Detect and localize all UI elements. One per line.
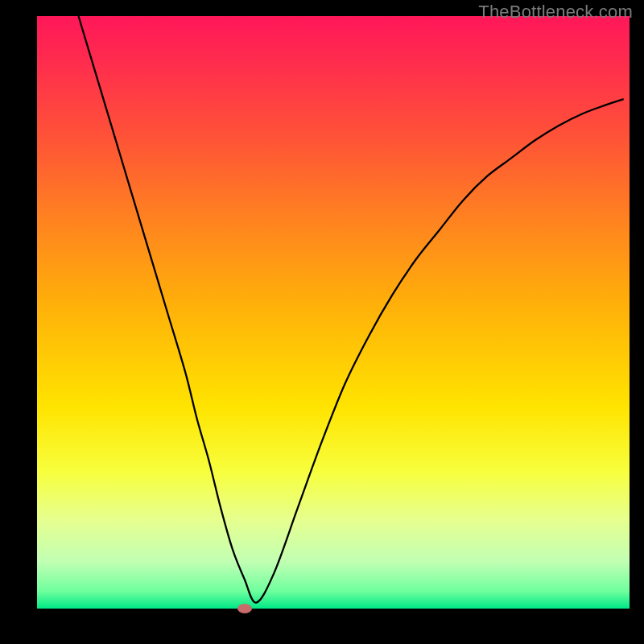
min-point-marker: [237, 604, 252, 613]
watermark-text: TheBottleneck.com: [478, 2, 633, 23]
chart-frame: TheBottleneck.com: [0, 0, 644, 644]
bottleneck-curve: [37, 16, 630, 609]
plot-area: [37, 16, 630, 609]
